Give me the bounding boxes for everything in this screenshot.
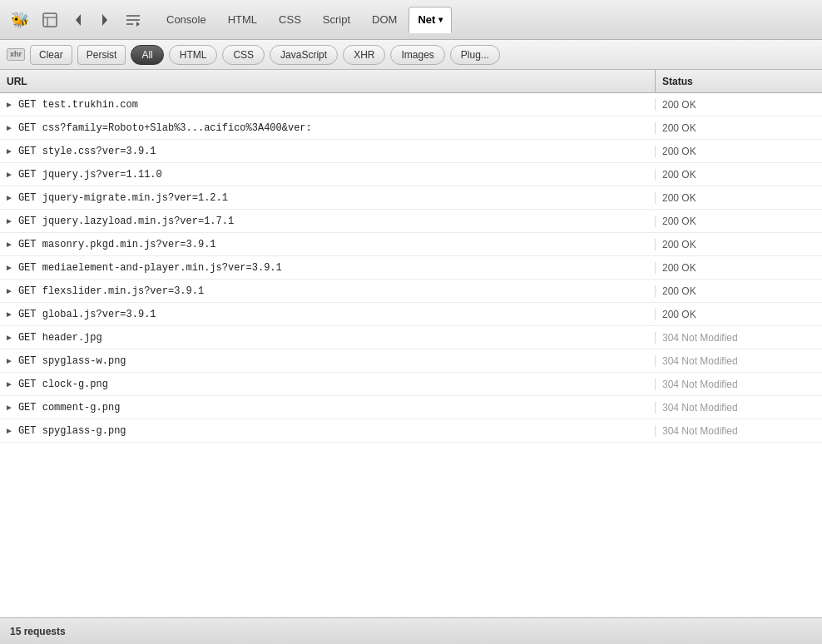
expand-arrow-icon[interactable]: ► (5, 356, 13, 365)
row-status: 200 OK (656, 192, 822, 204)
tab-console[interactable]: Console (156, 7, 216, 33)
expand-arrow-icon[interactable]: ► (5, 123, 13, 132)
row-status: 304 Not Modified (656, 402, 822, 414)
expand-arrow-icon[interactable]: ► (5, 263, 13, 272)
filter-all[interactable]: All (131, 45, 163, 65)
row-status: 200 OK (656, 239, 822, 250)
row-url-text: GET style.css?ver=3.9.1 (18, 146, 156, 157)
tab-css[interactable]: CSS (269, 7, 311, 33)
expand-arrow-icon[interactable]: ► (5, 100, 13, 109)
table-row[interactable]: ►GET comment-g.png304 Not Modified (0, 396, 822, 419)
clear-button[interactable]: Clear (30, 45, 72, 65)
tab-script[interactable]: Script (313, 7, 360, 33)
row-status: 304 Not Modified (656, 355, 822, 367)
row-status: 200 OK (656, 122, 822, 134)
row-url-text: GET spyglass-w.png (18, 355, 126, 367)
filter-css[interactable]: CSS (222, 45, 265, 65)
tab-html[interactable]: HTML (218, 7, 267, 33)
row-status: 200 OK (656, 285, 822, 297)
row-url-text: GET masonry.pkgd.min.js?ver=3.9.1 (18, 239, 216, 250)
row-url-text: GET css?family=Roboto+Slab%3...acifico%3… (18, 122, 312, 134)
table-header: URL Status (0, 70, 822, 93)
table-row[interactable]: ►GET jquery.js?ver=1.11.0200 OK (0, 163, 822, 186)
row-url-text: GET spyglass-g.png (18, 425, 126, 437)
svg-marker-4 (102, 14, 107, 26)
row-status: 200 OK (656, 262, 822, 274)
filter-javascript[interactable]: JavaScript (270, 45, 338, 65)
row-url-text: GET header.jpg (18, 332, 102, 344)
row-url-text: GET jquery.lazyload.min.js?ver=1.7.1 (18, 215, 234, 227)
col-status-header: Status (656, 70, 822, 92)
svg-marker-3 (76, 14, 81, 26)
tab-net[interactable]: Net ▾ (409, 7, 452, 33)
toolbar-tabs: Console HTML CSS Script DOM Net ▾ (156, 7, 452, 33)
xhr-badge: xhr (7, 48, 25, 61)
footer: 15 requests (0, 617, 822, 644)
table-row[interactable]: ►GET clock-g.png304 Not Modified (0, 373, 822, 396)
row-url-text: GET jquery.js?ver=1.11.0 (18, 169, 162, 181)
row-url-text: GET jquery-migrate.min.js?ver=1.2.1 (18, 192, 228, 204)
expand-arrow-icon[interactable]: ► (5, 216, 13, 225)
table-row[interactable]: ►GET flexslider.min.js?ver=3.9.1200 OK (0, 280, 822, 303)
table-row[interactable]: ►GET style.css?ver=3.9.1200 OK (0, 140, 822, 163)
persist-button[interactable]: Persist (77, 45, 126, 65)
row-url-text: GET mediaelement-and-player.min.js?ver=3… (18, 262, 282, 274)
forward-button[interactable] (93, 8, 116, 32)
table-row[interactable]: ►GET css?family=Roboto+Slab%3...acifico%… (0, 116, 822, 140)
row-url-text: GET comment-g.png (18, 402, 120, 414)
filter-xhr[interactable]: XHR (343, 45, 385, 65)
row-status: 200 OK (656, 99, 822, 111)
col-url-header: URL (0, 70, 656, 92)
expand-arrow-icon[interactable]: ► (5, 310, 13, 319)
row-status: 304 Not Modified (656, 379, 822, 390)
row-status: 200 OK (656, 146, 822, 157)
sub-toolbar: xhr Clear Persist All HTML CSS JavaScrip… (0, 40, 822, 70)
multiline-icon[interactable] (120, 7, 146, 33)
svg-rect-0 (43, 13, 57, 27)
expand-arrow-icon[interactable]: ► (5, 146, 13, 156)
table-row[interactable]: ►GET mediaelement-and-player.min.js?ver=… (0, 256, 822, 280)
filter-images[interactable]: Images (390, 45, 444, 65)
expand-arrow-icon[interactable]: ► (5, 426, 13, 435)
tab-dom[interactable]: DOM (362, 7, 407, 33)
table-row[interactable]: ►GET spyglass-w.png304 Not Modified (0, 349, 822, 373)
expand-arrow-icon[interactable]: ► (5, 170, 13, 179)
row-status: 304 Not Modified (656, 332, 822, 344)
requests-count: 15 requests (10, 626, 66, 637)
main-content: URL Status ►GET test.trukhin.com200 OK►G… (0, 70, 822, 617)
table-body: ►GET test.trukhin.com200 OK►GET css?fami… (0, 93, 822, 617)
row-status: 304 Not Modified (656, 425, 822, 437)
expand-arrow-icon[interactable]: ► (5, 240, 13, 249)
row-url-text: GET global.js?ver=3.9.1 (18, 309, 156, 320)
expand-arrow-icon[interactable]: ► (5, 193, 13, 202)
row-status: 200 OK (656, 169, 822, 181)
row-status: 200 OK (656, 215, 822, 227)
expand-arrow-icon[interactable]: ► (5, 403, 13, 412)
row-status: 200 OK (656, 309, 822, 320)
filter-plugins[interactable]: Plug... (450, 45, 500, 65)
expand-arrow-icon[interactable]: ► (5, 379, 13, 389)
filter-html[interactable]: HTML (169, 45, 218, 65)
expand-arrow-icon[interactable]: ► (5, 286, 13, 295)
bee-icon[interactable]: 🐝 (7, 7, 33, 33)
top-toolbar: 🐝 Console HTML CSS Script DOM Net ▾ (0, 0, 822, 40)
table-row[interactable]: ►GET global.js?ver=3.9.1200 OK (0, 303, 822, 326)
table-row[interactable]: ►GET header.jpg304 Not Modified (0, 326, 822, 349)
table-row[interactable]: ►GET spyglass-g.png304 Not Modified (0, 419, 822, 443)
row-url-text: GET flexslider.min.js?ver=3.9.1 (18, 285, 204, 297)
net-dropdown-icon: ▾ (438, 15, 443, 24)
svg-marker-8 (136, 22, 140, 27)
expand-arrow-icon[interactable]: ► (5, 333, 13, 342)
table-row[interactable]: ►GET jquery.lazyload.min.js?ver=1.7.1200… (0, 210, 822, 233)
table-row[interactable]: ►GET jquery-migrate.min.js?ver=1.2.1200 … (0, 186, 822, 210)
row-url-text: GET clock-g.png (18, 379, 108, 390)
row-url-text: GET test.trukhin.com (18, 99, 138, 111)
table-row[interactable]: ►GET test.trukhin.com200 OK (0, 93, 822, 116)
back-button[interactable] (67, 8, 90, 32)
cursor-tool-icon[interactable] (37, 7, 63, 33)
table-row[interactable]: ►GET masonry.pkgd.min.js?ver=3.9.1200 OK (0, 233, 822, 256)
